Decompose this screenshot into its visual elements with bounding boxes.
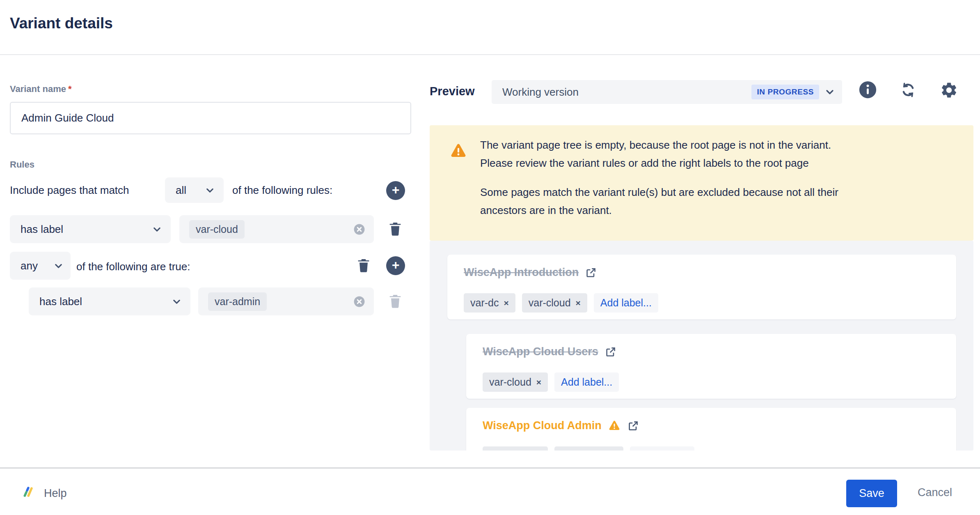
help-link[interactable]: Help (21, 486, 67, 501)
trash-icon (387, 293, 403, 310)
warning-line: Please review the variant rules or add t… (480, 154, 964, 172)
remove-label-icon[interactable]: × (576, 299, 581, 307)
add-rule-button[interactable]: + (386, 181, 405, 200)
variant-name-label: Variant name* (10, 84, 72, 94)
variant-name-input[interactable] (10, 102, 411, 134)
page-label-chip: var-cloud × (522, 293, 587, 313)
help-label: Help (44, 487, 67, 500)
gear-icon (940, 81, 958, 99)
rule1-label-tag: var-cloud (189, 220, 245, 239)
page-title: Variant details (10, 15, 113, 32)
page-label-chip: var-cloud × (483, 372, 548, 392)
rule2-value-field[interactable]: var-admin (198, 287, 374, 315)
remove-label-icon[interactable]: × (504, 299, 508, 307)
delete-rule1-button[interactable] (387, 221, 403, 237)
warning-line: Some pages match the variant rule(s) but… (480, 183, 964, 201)
trash-icon (356, 258, 371, 274)
page-label-chip: var-dc × (464, 293, 515, 313)
version-selector[interactable]: Working version IN PROGRESS (492, 80, 842, 104)
add-label-button[interactable]: Add label... (630, 446, 694, 451)
match-operator-select[interactable]: all (165, 177, 224, 203)
refresh-sync-icon (900, 82, 916, 98)
warning-icon (449, 143, 467, 160)
add-label-button[interactable]: Add label... (554, 372, 619, 392)
chevron-down-icon (204, 185, 215, 196)
delete-group-button[interactable] (356, 258, 371, 274)
chevron-down-icon (151, 224, 163, 235)
info-icon (859, 80, 877, 99)
page-title-link[interactable]: WiseApp Cloud Users (483, 345, 598, 358)
save-button[interactable]: Save (846, 480, 897, 507)
plus-icon: + (392, 258, 400, 271)
external-link-icon[interactable] (627, 420, 639, 432)
version-value: Working version (502, 86, 579, 99)
remove-label-icon[interactable]: × (536, 378, 541, 386)
match-operator-value: all (176, 184, 186, 197)
chevron-down-icon (171, 296, 182, 307)
add-label-button[interactable]: Add label... (594, 293, 658, 313)
plus-icon: + (392, 183, 400, 196)
match-sentence-suffix: of the following rules: (232, 184, 332, 197)
external-link-icon[interactable] (585, 267, 597, 279)
delete-rule2-button-disabled[interactable] (387, 293, 403, 310)
refresh-button[interactable] (900, 82, 916, 98)
info-button[interactable] (859, 80, 877, 99)
page-label-chip: var-cloud × (483, 446, 548, 451)
rule2-field-select[interactable]: has label (29, 287, 190, 315)
group-operator-select[interactable]: any (10, 252, 71, 280)
page-title-link[interactable]: WiseApp Cloud Admin (483, 419, 602, 432)
rule1-field-select[interactable]: has label (10, 215, 171, 243)
tree-page-card: WiseApp Cloud Users var-cloud × Add labe… (466, 334, 956, 399)
rule2-label-tag: var-admin (208, 292, 267, 311)
chevron-down-icon[interactable] (824, 86, 836, 98)
group-operator-value: any (21, 260, 38, 272)
rule2-field-value: has label (39, 295, 82, 308)
k15t-logo-icon (21, 486, 37, 501)
warning-line: ancestors are in the variant. (480, 201, 964, 219)
group-sentence: of the following are true: (76, 260, 190, 273)
rule1-field-value: has label (21, 223, 63, 236)
page-label-chip: var-admin × (554, 446, 623, 451)
rule1-value-field[interactable]: var-cloud (179, 215, 374, 243)
variant-details-dialog: Variant details Variant name* Rules Incl… (0, 0, 980, 515)
variant-page-tree: WiseApp Introduction var-dc × var-cloud … (430, 241, 973, 451)
settings-button[interactable] (940, 81, 958, 99)
tree-page-card: WiseApp Cloud Admin var-cloud × var-admi… (466, 408, 956, 451)
external-link-icon[interactable] (604, 346, 617, 358)
add-nested-rule-button[interactable]: + (386, 256, 405, 275)
warning-line: The variant page tree is empty, because … (480, 136, 964, 154)
trash-icon (387, 221, 403, 237)
warning-text: The variant page tree is empty, because … (480, 136, 964, 219)
clear-icon[interactable] (353, 223, 366, 236)
rules-heading: Rules (10, 159, 34, 170)
warning-icon (608, 420, 621, 432)
tree-page-card: WiseApp Introduction var-dc × var-cloud … (447, 255, 956, 320)
footer-divider (0, 467, 980, 469)
clear-icon[interactable] (353, 295, 366, 308)
cancel-button[interactable]: Cancel (918, 486, 952, 499)
chevron-down-icon (53, 260, 64, 271)
preview-label: Preview (430, 85, 475, 98)
status-badge: IN PROGRESS (751, 85, 819, 99)
header-divider (0, 54, 980, 55)
required-asterisk: * (68, 84, 72, 94)
match-sentence-prefix: Include pages that match (10, 184, 129, 197)
page-title-link[interactable]: WiseApp Introduction (464, 266, 579, 279)
warning-alert: The variant page tree is empty, because … (430, 125, 973, 241)
